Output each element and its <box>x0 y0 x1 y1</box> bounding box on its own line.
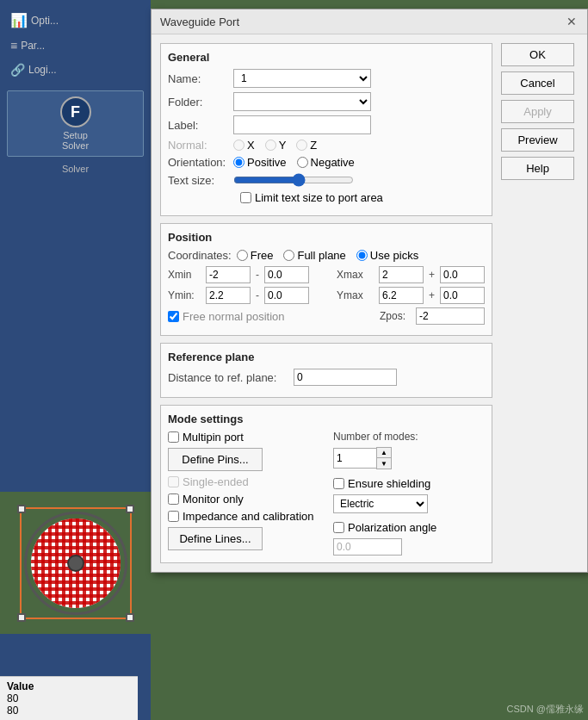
limit-text-checkbox[interactable] <box>240 192 251 203</box>
free-normal-checkbox-label[interactable]: Free normal position <box>168 310 285 323</box>
cancel-button[interactable]: Cancel <box>501 71 574 95</box>
limit-text-row: Limit text size to port area <box>168 191 485 204</box>
zpos-input[interactable]: -2 <box>416 307 485 325</box>
xmax-label: Xmax <box>337 269 375 281</box>
monitor-only-checkbox[interactable] <box>168 493 179 505</box>
toolbar-opt-item[interactable]: 📊 Opti... <box>7 9 144 32</box>
monitor-only-label: Monitor only <box>183 493 244 506</box>
positive-option[interactable]: Positive <box>233 156 287 169</box>
limit-text-checkbox-label[interactable]: Limit text size to port area <box>240 191 383 204</box>
folder-select[interactable] <box>233 92 371 111</box>
spinner-down-button[interactable]: ▼ <box>377 458 391 469</box>
define-pins-button[interactable]: Define Pins... <box>168 448 263 471</box>
ymax-input[interactable]: 6.2 <box>379 287 424 304</box>
multipin-label: Multipin port <box>183 431 244 444</box>
folder-label: Folder: <box>168 96 228 109</box>
normal-radio-group: X Y Z <box>233 139 317 152</box>
toolbar-param-item[interactable]: ≡ Par... <box>7 35 144 56</box>
normal-label: Normal: <box>168 139 228 152</box>
negative-option[interactable]: Negative <box>297 156 355 169</box>
coord-free-option[interactable]: Free <box>237 249 274 262</box>
ensure-shielding-checkbox[interactable] <box>333 478 344 489</box>
spinner-buttons: ▲ ▼ <box>376 447 392 469</box>
folder-row: Folder: <box>168 92 485 111</box>
polarization-checkbox[interactable] <box>333 522 344 533</box>
free-normal-zpos-row: Free normal position Zpos: -2 <box>168 307 485 325</box>
position-section: Position Coordinates: Free Full plane Us… <box>160 223 492 336</box>
polarization-input[interactable]: 0.0 <box>333 538 402 556</box>
ymin-input[interactable]: 2.2 <box>206 287 251 304</box>
distance-row: Distance to ref. plane: 0 <box>168 369 485 386</box>
waveguide-port-dialog: Waveguide Port ✕ General Name: 1 Folder: <box>151 9 588 573</box>
num-modes-input[interactable]: 1 <box>333 448 376 469</box>
setup-solver-item[interactable]: F Setup Solver <box>7 90 144 157</box>
solver-label: Solver <box>7 164 144 174</box>
num-modes-label: Number of modes: <box>333 431 485 443</box>
single-ended-checkbox[interactable] <box>168 476 179 487</box>
handle-br[interactable] <box>126 613 134 622</box>
ok-button[interactable]: OK <box>501 43 574 66</box>
xmax-input[interactable]: 2 <box>379 266 424 283</box>
impedance-checkbox-label[interactable]: Impedance and calibration <box>168 510 319 523</box>
normal-x-option[interactable]: X <box>233 139 255 152</box>
handle-tr[interactable] <box>126 505 134 513</box>
monitor-only-checkbox-label[interactable]: Monitor only <box>168 493 319 506</box>
toolbar: 📊 Opti... ≡ Par... 🔗 Logi... F Setup Sol… <box>0 0 151 720</box>
single-ended-checkbox-label[interactable]: Single-ended <box>168 475 319 488</box>
mode-settings-section: Mode settings Multipin port Define Pins.… <box>160 405 492 563</box>
value-header: Value <box>7 680 131 692</box>
define-lines-button[interactable]: Define Lines... <box>168 527 263 550</box>
label-input[interactable] <box>233 115 371 134</box>
ymax-plus-input[interactable]: 0.0 <box>440 287 485 304</box>
single-ended-label: Single-ended <box>183 475 249 488</box>
ymin-row: Ymin: 2.2 - 0.0 Ymax 6.2 + 0.0 <box>168 287 485 304</box>
polarization-checkbox-label[interactable]: Polarization angle <box>333 521 485 534</box>
general-title: General <box>168 51 485 64</box>
value-1: 80 <box>7 692 131 704</box>
distance-input[interactable]: 0 <box>294 369 397 386</box>
name-row: Name: 1 <box>168 69 485 88</box>
normal-row: Normal: X Y Z <box>168 139 485 152</box>
xmin-label: Xmin <box>168 269 202 281</box>
zpos-label: Zpos: <box>380 310 412 322</box>
normal-y-option[interactable]: Y <box>265 139 287 152</box>
ymin-plus-input[interactable]: 0.0 <box>264 287 309 304</box>
shielding-type-select[interactable]: Electric <box>333 494 428 513</box>
bottom-value-panel: Value 80 80 <box>0 676 138 720</box>
spinner-up-button[interactable]: ▲ <box>377 448 391 458</box>
handle-bl[interactable] <box>17 613 26 622</box>
orientation-label: Orientation: <box>168 156 228 169</box>
coordinates-radio-group: Free Full plane Use picks <box>237 249 418 262</box>
slider-container <box>233 173 354 187</box>
xmax-plus-input[interactable]: 0.0 <box>440 266 485 283</box>
text-size-label: Text size: <box>168 174 228 187</box>
name-select[interactable]: 1 <box>233 69 371 88</box>
normal-z-option[interactable]: Z <box>296 139 317 152</box>
preview-button[interactable]: Preview <box>501 128 574 152</box>
multipin-checkbox[interactable] <box>168 431 179 443</box>
ymin-label: Ymin: <box>168 289 202 301</box>
close-button[interactable]: ✕ <box>565 15 579 28</box>
toolbar-log-item[interactable]: 🔗 Logi... <box>7 59 144 80</box>
free-normal-label: Free normal position <box>183 310 285 323</box>
multipin-checkbox-label[interactable]: Multipin port <box>168 431 319 444</box>
mode-right: Number of modes: 1 ▲ ▼ Ensure shielding <box>333 431 485 556</box>
orientation-row: Orientation: Positive Negative <box>168 156 485 169</box>
label-label: Label: <box>168 119 228 132</box>
impedance-checkbox[interactable] <box>168 511 179 522</box>
xmin-plus-input[interactable]: 0.0 <box>264 266 309 283</box>
xmin-input[interactable]: -2 <box>206 266 251 283</box>
text-size-slider[interactable] <box>233 173 354 187</box>
distance-label: Distance to ref. plane: <box>168 371 288 384</box>
coord-use-picks-option[interactable]: Use picks <box>356 249 418 262</box>
ensure-shielding-label: Ensure shielding <box>348 477 430 490</box>
num-modes-spinner: 1 ▲ ▼ <box>333 447 485 469</box>
apply-button[interactable]: Apply <box>501 100 574 123</box>
ensure-shielding-checkbox-label[interactable]: Ensure shielding <box>333 477 485 490</box>
handle-tl[interactable] <box>17 505 26 513</box>
help-button[interactable]: Help <box>501 157 574 180</box>
coord-full-plane-option[interactable]: Full plane <box>283 249 345 262</box>
value-2: 80 <box>7 704 131 717</box>
free-normal-checkbox[interactable] <box>168 311 179 322</box>
text-size-row: Text size: <box>168 173 485 187</box>
